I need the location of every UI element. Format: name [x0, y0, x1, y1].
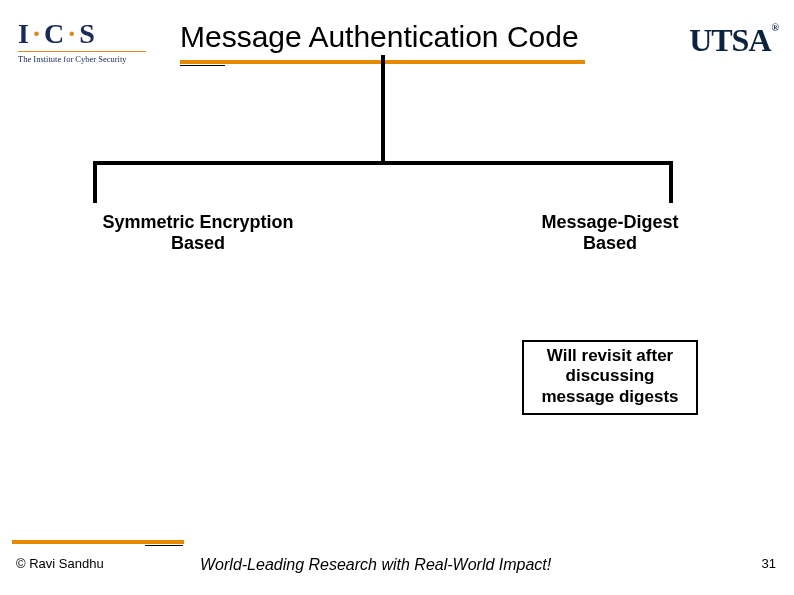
- ics-logo: I·C·S The Institute for Cyber Security: [18, 18, 168, 64]
- branch-left-line2: Based: [171, 233, 225, 253]
- ics-logo-letters: I·C·S: [18, 18, 168, 50]
- utsa-logo-text: UTSA: [689, 22, 770, 58]
- branch-left-line1: Symmetric Encryption: [102, 212, 293, 232]
- note-box: Will revisit after discussing message di…: [522, 340, 698, 415]
- tree-stem: [381, 55, 385, 163]
- tree-crossbar: [93, 161, 673, 165]
- page-number: 31: [762, 556, 776, 571]
- footer-underline: [12, 540, 184, 544]
- ics-logo-divider: [18, 51, 146, 52]
- slide-header: I·C·S The Institute for Cyber Security M…: [0, 10, 794, 70]
- slide-title: Message Authentication Code: [180, 20, 579, 54]
- utsa-logo: UTSA®: [689, 22, 778, 59]
- branch-right-line2: Based: [583, 233, 637, 253]
- note-line1: Will revisit after: [547, 346, 673, 365]
- trademark-icon: ®: [772, 22, 778, 33]
- tree-drop-left: [93, 161, 97, 203]
- branch-message-digest: Message-Digest Based: [510, 212, 710, 254]
- note-line2: discussing: [566, 366, 655, 385]
- note-line3: message digests: [541, 387, 678, 406]
- title-underline-accent: [180, 65, 225, 66]
- ics-logo-subtitle: The Institute for Cyber Security: [18, 54, 168, 64]
- tagline-text: World-Leading Research with Real-World I…: [200, 556, 551, 574]
- branch-right-line1: Message-Digest: [541, 212, 678, 232]
- footer-underline-accent: [145, 545, 183, 546]
- branch-symmetric-encryption: Symmetric Encryption Based: [88, 212, 308, 254]
- copyright-text: © Ravi Sandhu: [16, 556, 104, 571]
- tree-drop-right: [669, 161, 673, 203]
